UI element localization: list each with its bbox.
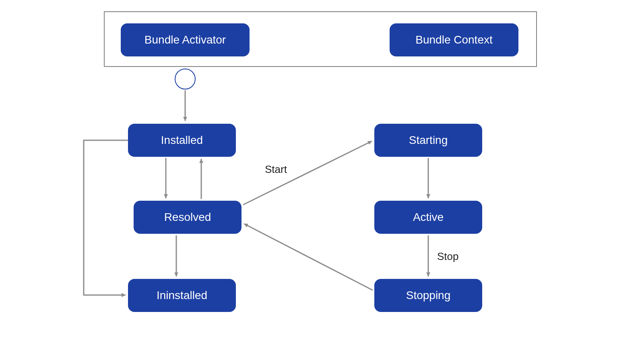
arrow-resolved-to-starting <box>243 141 372 205</box>
node-label: Installed <box>161 134 203 147</box>
node-label: Bundle Context <box>415 33 492 46</box>
node-label: Starting <box>409 134 448 147</box>
arrow-installed-to-uninstalled <box>84 140 128 295</box>
node-label: Resolved <box>164 211 211 224</box>
node-active: Active <box>374 201 482 234</box>
node-label: Ininstalled <box>157 289 207 302</box>
node-bundle-context: Bundle Context <box>390 23 518 56</box>
edge-label-stop: Stop <box>437 250 459 263</box>
node-starting: Starting <box>374 124 482 157</box>
node-label: Bundle Activator <box>144 33 226 46</box>
initial-state-circle <box>175 69 196 89</box>
node-label: Stopping <box>406 289 451 302</box>
node-installed: Installed <box>128 124 236 157</box>
node-stopping: Stopping <box>374 279 482 312</box>
node-label: Active <box>413 211 444 224</box>
arrow-stopping-to-resolved <box>244 224 373 290</box>
node-resolved: Resolved <box>134 201 242 234</box>
edge-label-start: Start <box>265 163 287 176</box>
node-uninstalled: Ininstalled <box>128 279 236 312</box>
node-bundle-activator: Bundle Activator <box>121 23 250 56</box>
